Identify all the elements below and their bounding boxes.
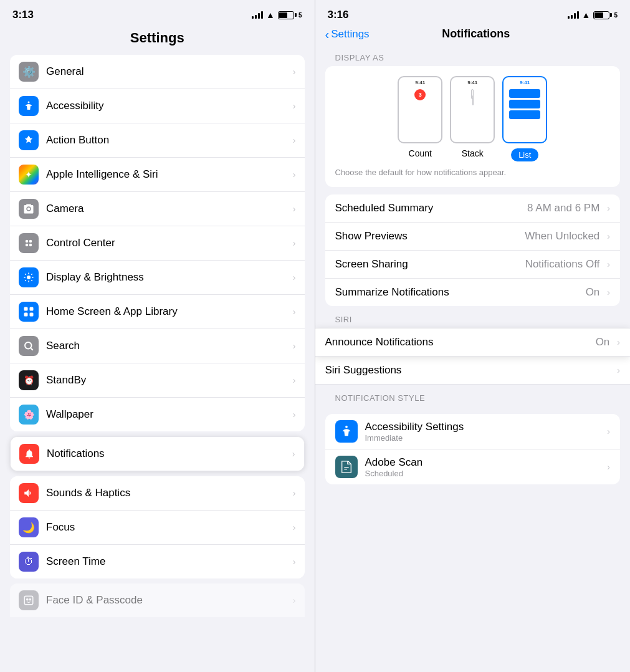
settings-item-camera[interactable]: Camera › bbox=[10, 192, 305, 226]
siri-suggestions-row: Siri Suggestions › bbox=[315, 357, 631, 385]
settings-item-notifications[interactable]: Notifications › bbox=[11, 437, 304, 471]
control-center-chevron: › bbox=[293, 238, 296, 248]
screen-time-chevron: › bbox=[293, 557, 296, 567]
settings-item-general[interactable]: ⚙️ General › bbox=[10, 55, 305, 89]
action-button-label: Action Button bbox=[46, 134, 289, 146]
settings-item-sounds-haptics[interactable]: Sounds & Haptics › bbox=[10, 476, 305, 511]
list-label: List bbox=[511, 148, 538, 161]
display-option-count[interactable]: 9:41 3 Count bbox=[398, 76, 442, 161]
accessibility-settings-chevron: › bbox=[607, 426, 610, 436]
back-button[interactable]: ‹ Settings bbox=[325, 28, 370, 41]
fade-overlay-left bbox=[0, 635, 315, 672]
general-chevron: › bbox=[293, 67, 296, 77]
settings-item-search[interactable]: Search › bbox=[10, 329, 305, 363]
app-item-accessibility[interactable]: Accessibility Settings Immediate › bbox=[325, 414, 621, 449]
announce-notifications-chevron: › bbox=[617, 337, 620, 347]
summarize-notifications-chevron: › bbox=[607, 287, 610, 297]
settings-item-home-screen[interactable]: Home Screen & App Library › bbox=[10, 295, 305, 329]
search-label: Search bbox=[46, 340, 289, 352]
screen-time-icon: ⏱ bbox=[19, 552, 39, 572]
siri-section-label: SIRI bbox=[315, 306, 631, 328]
app-item-adobe-scan[interactable]: Adobe Scan Scheduled › bbox=[325, 449, 621, 484]
home-screen-chevron: › bbox=[293, 307, 296, 317]
settings-item-screen-sharing[interactable]: Screen Sharing Notifications Off › bbox=[325, 251, 621, 279]
battery-text-right: 5 bbox=[614, 12, 618, 19]
list-phone-items bbox=[509, 89, 540, 119]
action-button-icon bbox=[19, 130, 39, 150]
back-chevron-icon: ‹ bbox=[325, 28, 330, 41]
settings-list-left: ⚙️ General › Accessibility › Action Butt… bbox=[10, 55, 305, 431]
wallpaper-chevron: › bbox=[293, 410, 296, 420]
screen-sharing-label: Screen Sharing bbox=[335, 258, 525, 271]
screen-sharing-value: Notifications Off bbox=[525, 258, 600, 271]
notifications-label: Notifications bbox=[47, 448, 289, 460]
control-center-icon bbox=[19, 233, 39, 253]
accessibility-settings-icon bbox=[335, 420, 358, 443]
wallpaper-icon: 🌸 bbox=[19, 405, 39, 425]
display-brightness-label: Display & Brightness bbox=[46, 271, 289, 284]
scheduled-summary-chevron: › bbox=[607, 203, 610, 213]
battery-icon-right bbox=[593, 11, 609, 19]
home-screen-icon bbox=[19, 302, 39, 322]
svg-rect-8 bbox=[30, 307, 34, 311]
settings-item-show-previews[interactable]: Show Previews When Unlocked › bbox=[325, 223, 621, 251]
settings-item-control-center[interactable]: Control Center › bbox=[10, 226, 305, 261]
face-id-label: Face ID & Passcode bbox=[46, 594, 289, 607]
adobe-scan-icon bbox=[335, 456, 358, 478]
search-chevron: › bbox=[293, 341, 296, 351]
sounds-haptics-chevron: › bbox=[293, 488, 296, 498]
display-option-list[interactable]: 9:41 List bbox=[502, 76, 547, 161]
settings-item-apple-intelligence[interactable]: ✦ Apple Intelligence & Siri › bbox=[10, 158, 305, 192]
svg-point-0 bbox=[28, 102, 30, 103]
show-previews-label: Show Previews bbox=[335, 230, 525, 242]
display-as-section-label: DISPLAY AS bbox=[315, 48, 631, 66]
time-right: 3:16 bbox=[328, 9, 349, 21]
left-panel: 3:13 ▲ 5 Settings ⚙️ General › bbox=[0, 0, 315, 672]
svg-rect-7 bbox=[24, 307, 28, 311]
general-icon: ⚙️ bbox=[19, 62, 39, 82]
back-label: Settings bbox=[331, 28, 369, 41]
status-icons-right: ▲ 5 bbox=[568, 10, 618, 20]
show-previews-value: When Unlocked bbox=[525, 230, 599, 242]
list-phone-mockup: 9:41 bbox=[502, 76, 547, 143]
settings-item-screen-time[interactable]: ⏱ Screen Time › bbox=[10, 545, 305, 578]
settings-item-display-brightness[interactable]: Display & Brightness › bbox=[10, 261, 305, 295]
display-hint: Choose the default for how notifications… bbox=[335, 168, 611, 177]
settings-item-siri-suggestions[interactable]: Siri Suggestions › bbox=[315, 357, 631, 384]
apple-intelligence-icon: ✦ bbox=[19, 165, 39, 185]
notifications-highlighted-row[interactable]: Notifications › bbox=[10, 436, 305, 471]
notifications-settings-group: Scheduled Summary 8 AM and 6 PM › Show P… bbox=[325, 194, 621, 306]
settings-item-scheduled-summary[interactable]: Scheduled Summary 8 AM and 6 PM › bbox=[325, 194, 621, 223]
battery-icon-left bbox=[278, 11, 294, 19]
focus-label: Focus bbox=[46, 521, 289, 534]
svg-rect-12 bbox=[24, 596, 33, 605]
settings-list-bottom: Sounds & Haptics › 🌙 Focus › ⏱ Screen Ti… bbox=[10, 476, 305, 578]
settings-item-summarize-notifications[interactable]: Summarize Notifications On › bbox=[325, 279, 621, 306]
display-option-stack[interactable]: 9:41 Stack bbox=[450, 76, 495, 161]
settings-item-announce-notifications[interactable]: Announce Notifications On › bbox=[315, 329, 631, 356]
left-content: ⚙️ General › Accessibility › Action Butt… bbox=[0, 55, 315, 672]
right-content: DISPLAY AS 9:41 3 Count 9:41 bbox=[315, 48, 631, 672]
settings-item-action-button[interactable]: Action Button › bbox=[10, 123, 305, 158]
count-label: Count bbox=[409, 148, 432, 158]
accessibility-label: Accessibility bbox=[46, 100, 289, 112]
settings-item-wallpaper[interactable]: 🌸 Wallpaper › bbox=[10, 398, 305, 431]
svg-point-13 bbox=[27, 598, 28, 600]
display-brightness-icon bbox=[19, 267, 39, 287]
settings-item-accessibility[interactable]: Accessibility › bbox=[10, 89, 305, 123]
standby-chevron: › bbox=[293, 375, 296, 385]
svg-point-1 bbox=[27, 208, 31, 211]
sounds-haptics-label: Sounds & Haptics bbox=[46, 487, 289, 499]
camera-chevron: › bbox=[293, 204, 296, 214]
battery-text-left: 5 bbox=[298, 12, 302, 19]
adobe-scan-text: Adobe Scan Scheduled bbox=[365, 456, 604, 478]
svg-point-11 bbox=[25, 342, 32, 349]
face-id-item: Face ID & Passcode › bbox=[10, 583, 305, 617]
settings-item-standby[interactable]: ⏰ StandBy › bbox=[10, 363, 305, 398]
count-badge: 3 bbox=[414, 89, 426, 100]
notifications-chevron: › bbox=[292, 449, 295, 459]
display-brightness-chevron: › bbox=[293, 272, 296, 282]
settings-item-focus[interactable]: 🌙 Focus › bbox=[10, 511, 305, 545]
notifications-icon bbox=[19, 444, 39, 464]
focus-chevron: › bbox=[293, 522, 296, 532]
